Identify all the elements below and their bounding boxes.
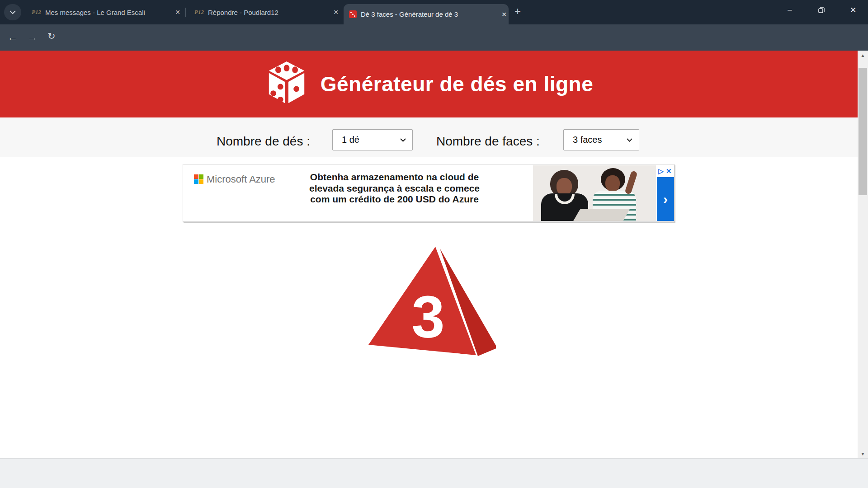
restore-icon xyxy=(818,7,825,13)
back-button[interactable]: ← xyxy=(7,31,18,43)
die-value: 3 xyxy=(411,284,444,350)
forward-button[interactable]: → xyxy=(27,31,38,43)
chevron-down-icon xyxy=(627,138,632,142)
dice-count-value: 1 dé xyxy=(342,135,359,145)
tab-close-icon[interactable]: ✕ xyxy=(331,9,340,16)
back-icon: ← xyxy=(7,31,18,43)
reload-button[interactable]: ↻ xyxy=(47,31,56,42)
tab-title: Dé 3 faces - Générateur de dé 3 xyxy=(361,10,458,18)
chevron-down-icon xyxy=(9,10,16,14)
p12-favicon: P12 xyxy=(194,9,204,16)
ad-text: Obtenha armazenamento na cloud de elevad… xyxy=(298,172,491,205)
faces-select[interactable]: 3 faces xyxy=(563,129,639,150)
microsoft-logo-icon xyxy=(194,174,203,184)
tab-de-3-faces-active[interactable]: Dé 3 faces - Générateur de dé 3 ✕ xyxy=(344,4,509,24)
p12-favicon: P12 xyxy=(32,9,41,16)
adchoices-control[interactable]: ▷ ✕ xyxy=(656,165,674,177)
dice-logo-icon xyxy=(264,59,309,109)
faces-value: 3 faces xyxy=(573,135,602,145)
dice-count-label: Nombre de dés : xyxy=(217,134,310,149)
scrollbar-thumb[interactable] xyxy=(859,68,867,195)
tab-divider xyxy=(185,8,186,17)
ad-next-button[interactable]: › xyxy=(657,177,674,221)
browser-toolbar: ← → ↻ de-en-ligne.fr/1-des/3-faces.html … xyxy=(0,24,868,51)
dice-count-select[interactable]: 1 dé xyxy=(332,129,413,150)
site-header: Générateur de dés en ligne xyxy=(0,51,858,117)
web-page: Générateur de dés en ligne Nombre de dés… xyxy=(0,51,858,458)
scroll-up-arrow[interactable]: ▲ xyxy=(858,51,868,60)
page-title: Générateur de dés en ligne xyxy=(321,72,594,96)
faces-label: Nombre de faces : xyxy=(436,134,540,149)
window-minimize-button[interactable]: – xyxy=(779,0,800,20)
taskbar: Rechercher W X xyxy=(0,458,868,488)
page-scrollbar[interactable]: ▲ ▼ xyxy=(858,51,868,458)
window-restore-button[interactable] xyxy=(811,0,832,20)
tab-repondre[interactable]: P12 Répondre - Poudlard12 ✕ xyxy=(189,0,340,24)
chevron-down-icon xyxy=(400,138,406,142)
ad-photo xyxy=(533,165,656,221)
reload-icon: ↻ xyxy=(47,31,56,41)
tab-title: Répondre - Poudlard12 xyxy=(208,9,278,16)
adchoices-icon[interactable]: ▷ xyxy=(658,167,664,175)
window-close-button[interactable]: ✕ xyxy=(843,0,863,20)
tab-close-icon[interactable]: ✕ xyxy=(500,11,509,18)
tab-title: Mes messages - Le Grand Escali xyxy=(45,9,145,16)
new-tab-button[interactable]: + xyxy=(514,5,521,18)
chevron-right-icon: › xyxy=(663,192,668,207)
dice-favicon xyxy=(349,10,357,18)
tab-search-button[interactable] xyxy=(4,4,21,20)
tab-close-icon[interactable]: ✕ xyxy=(173,9,182,16)
controls-band xyxy=(0,117,858,157)
ad-banner[interactable]: Microsoft Azure Obtenha armazenamento na… xyxy=(183,164,675,222)
forward-icon: → xyxy=(27,31,38,43)
scroll-down-arrow[interactable]: ▼ xyxy=(858,449,868,458)
desktop-screen: P12 Mes messages - Le Grand Escali ✕ P12… xyxy=(0,0,868,488)
die-result[interactable]: 3 xyxy=(364,244,496,364)
ad-brand: Microsoft Azure xyxy=(207,174,275,185)
ad-close-icon[interactable]: ✕ xyxy=(666,167,672,175)
browser-tab-strip: P12 Mes messages - Le Grand Escali ✕ P12… xyxy=(0,0,868,24)
tab-mes-messages[interactable]: P12 Mes messages - Le Grand Escali ✕ xyxy=(26,0,182,24)
